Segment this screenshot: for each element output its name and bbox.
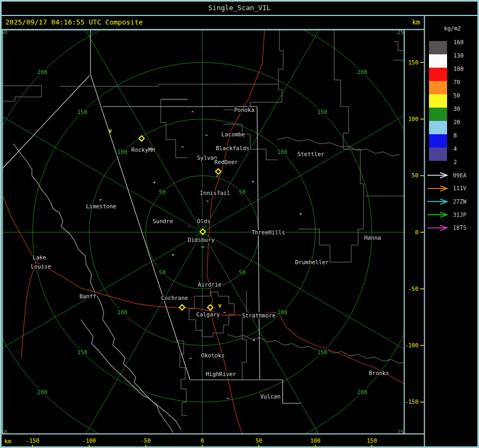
- city-label: HighRiver: [206, 371, 236, 377]
- legend-scale-label: 20: [453, 119, 460, 125]
- ring-distance-label: 200: [357, 389, 367, 395]
- city-label: Limestone: [86, 203, 117, 209]
- town-marker: ^: [191, 110, 194, 116]
- city-label: Ponoka: [234, 107, 254, 113]
- ring-distance-label: 50: [159, 269, 166, 275]
- town-marker: +: [252, 337, 255, 343]
- town-marker: ^: [201, 246, 204, 251]
- legend-scale-label: 50: [453, 92, 460, 99]
- city-label: Drumheller: [295, 259, 328, 265]
- city-label: Vulcan: [260, 393, 280, 400]
- ring-distance-label: 150: [317, 109, 327, 115]
- legend-scale-label: 160: [453, 39, 464, 45]
- town-marker: *: [251, 180, 254, 185]
- town-marker: ·: [187, 224, 190, 230]
- ring-distance-label: 50: [239, 189, 246, 195]
- legend-scale-label: 8: [453, 132, 457, 139]
- x-tick-label: 100: [310, 437, 320, 444]
- ring-distance-label: 100: [117, 149, 127, 155]
- city-label: Louise: [31, 263, 51, 270]
- x-tick-label: 50: [255, 437, 262, 444]
- city-label: Banff: [79, 293, 96, 299]
- vector-id-label: 18TS: [453, 224, 466, 231]
- y-tick-label: -150: [405, 398, 418, 405]
- ring-distance-label: 200: [37, 389, 47, 395]
- title-bar: Single_Scan_VIL: [208, 4, 271, 12]
- city-label: Cochrane: [161, 295, 188, 301]
- x-tick-label: -100: [82, 437, 96, 444]
- legend-color-swatch: [429, 41, 447, 54]
- legend-scale-label: 100: [453, 66, 464, 72]
- legend-color-swatch: [429, 108, 447, 121]
- town-marker: +: [153, 180, 156, 185]
- ring-distance-label: 100: [277, 309, 287, 315]
- ring-distance-label: 150: [317, 349, 327, 355]
- legend-color-scale: [429, 41, 447, 161]
- town-marker: ^: [206, 200, 209, 205]
- city-label: Lacombe: [221, 131, 245, 137]
- legend-color-swatch: [429, 81, 447, 94]
- city-label: Hanna: [364, 234, 381, 241]
- city-label: RedDeer: [214, 159, 238, 165]
- y-tick-label: -50: [408, 286, 418, 292]
- x-tick-label: -150: [26, 437, 39, 444]
- scan-timestamp: 2025/09/17 04:16:55 UTC Composite: [5, 18, 143, 26]
- city-label: Lake: [32, 254, 46, 260]
- legend-scale-label: 70: [453, 79, 460, 85]
- city-label: Strathmore: [242, 312, 275, 319]
- ring-distance-label: 100: [117, 309, 127, 315]
- radar-app-window: 5050505010010010010015015015015020020020…: [0, 0, 479, 448]
- town-marker: ^: [226, 397, 229, 402]
- ring-distance-label: 200: [357, 69, 367, 75]
- town-marker: ^: [181, 145, 184, 151]
- town-marker: ^: [223, 311, 226, 316]
- legend-units-label: kg/m2: [444, 25, 461, 31]
- vector-id-label: 27ZW: [453, 198, 467, 205]
- window-title: Single_Scan_VIL: [208, 4, 271, 12]
- city-label: Calgary: [196, 311, 220, 317]
- legend-scale-label: 30: [453, 105, 460, 112]
- legend-color-swatch: [429, 134, 447, 148]
- city-label: Okotoks: [201, 352, 225, 359]
- legend-color-swatch: [429, 68, 447, 81]
- x-axis-unit-label: km: [4, 438, 12, 445]
- vector-id-label: 111V: [453, 185, 467, 191]
- storm-vector-arrow: v: [218, 303, 221, 308]
- ring-distance-label: 100: [277, 149, 287, 155]
- y-tick-label: 150: [408, 59, 418, 66]
- x-tick-label: 0: [201, 437, 204, 444]
- legend-color-swatch: [429, 148, 447, 161]
- town-marker: ^: [216, 175, 219, 180]
- ring-distance-label: 150: [77, 109, 87, 115]
- town-marker: ^: [189, 357, 192, 362]
- city-label: ThreeHills: [251, 229, 285, 235]
- ring-distance-label: 50: [239, 269, 246, 275]
- ring-distance-label: 150: [77, 349, 87, 355]
- town-marker: ^: [205, 134, 208, 139]
- city-label: Olds: [197, 218, 210, 224]
- legend-scale-label: 2: [453, 159, 457, 165]
- vector-id-label: 09EA: [453, 172, 467, 178]
- city-label: Airdrie: [198, 281, 221, 288]
- legend-color-swatch: [429, 94, 447, 108]
- y-tick-label: -100: [405, 342, 418, 348]
- city-label: RockyMH: [131, 146, 155, 153]
- city-label: Blackfalds: [216, 145, 249, 151]
- legend-scale-label: 130: [453, 52, 464, 59]
- legend-color-swatch: [429, 54, 447, 68]
- vector-id-label: 31JP: [453, 211, 466, 218]
- storm-vector-arrow: v: [109, 128, 112, 134]
- city-label: Innisfail: [200, 190, 230, 196]
- legend-color-swatch: [429, 121, 447, 134]
- city-label: Didsbury: [188, 237, 215, 243]
- city-label: Sundre: [153, 218, 173, 224]
- ring-distance-label: 200: [37, 69, 47, 75]
- city-label: Stettler: [298, 151, 325, 157]
- x-tick-label: 150: [367, 437, 377, 444]
- x-tick-label: -50: [141, 437, 151, 444]
- window-background: [0, 0, 479, 448]
- town-marker: +: [299, 211, 302, 216]
- town-marker: +: [171, 252, 175, 257]
- y-tick-label: 50: [411, 172, 418, 178]
- y-tick-label: 0: [415, 229, 418, 235]
